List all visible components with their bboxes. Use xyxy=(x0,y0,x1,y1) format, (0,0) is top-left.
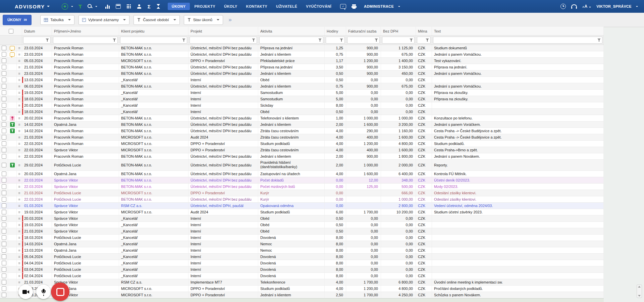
row-checkbox[interactable] xyxy=(2,78,6,82)
row-checkbox[interactable] xyxy=(2,197,6,202)
row-menu-icon[interactable]: ≡ xyxy=(17,128,22,134)
column-header-net[interactable]: Bez DPH xyxy=(381,27,416,35)
row-menu-icon[interactable]: ≡ xyxy=(17,96,22,102)
row-checkbox[interactable] xyxy=(2,148,6,152)
row-menu-icon[interactable]: ≡ xyxy=(17,83,22,89)
table-row[interactable]: ≡05.04.2024Potůčková Lucie_KancelářInter… xyxy=(0,254,604,260)
row-menu-icon[interactable]: ≡ xyxy=(17,70,22,77)
headset-support-icon[interactable] xyxy=(571,4,577,8)
row-menu-icon[interactable]: ≡ xyxy=(17,77,22,83)
row-menu-icon[interactable]: ≡ xyxy=(17,241,22,247)
row-checkbox[interactable] xyxy=(2,65,6,69)
row-checkbox[interactable] xyxy=(2,216,6,221)
select-all-checkbox[interactable] xyxy=(9,29,13,34)
row-checkbox[interactable] xyxy=(2,122,6,127)
row-checkbox[interactable] xyxy=(2,46,6,50)
calendar-icon[interactable] xyxy=(116,4,121,9)
flag-icon[interactable] xyxy=(10,122,15,127)
row-checkbox[interactable] xyxy=(2,242,6,246)
table-row[interactable]: ≡19.03.2024Správce ViktorMICROSOFT s.r.o… xyxy=(0,209,604,215)
row-checkbox[interactable] xyxy=(2,286,6,291)
row-menu-icon[interactable]: ≡ xyxy=(17,203,22,209)
row-menu-icon[interactable]: ≡ xyxy=(17,184,22,190)
row-checkbox[interactable] xyxy=(2,116,6,120)
filter-input-activity[interactable] xyxy=(259,37,323,44)
table-row[interactable]: ≡29.02.2024Potůčková LucieBETON-MAK s.r.… xyxy=(0,160,604,171)
brand-menu[interactable]: ADVISORY xyxy=(15,4,50,9)
row-menu-icon[interactable]: ≡ xyxy=(17,273,22,279)
row-menu-icon[interactable]: ≡ xyxy=(17,121,22,128)
ukony-view-button[interactable]: ÚKONY 39 xyxy=(3,15,32,25)
filter-input-hours[interactable] xyxy=(326,37,345,44)
user-menu[interactable]: VIKTOR_SPRÁVCE xyxy=(596,4,638,8)
nav-item-vy-tov-n-[interactable]: VYÚČTOVÁNÍ xyxy=(302,3,335,10)
sum-icon[interactable]: Σ xyxy=(148,4,151,9)
table-row[interactable]: ≡22.03.2024Správce ViktorBETON-MAK s.r.o… xyxy=(0,177,604,184)
row-checkbox[interactable] xyxy=(2,154,6,159)
quick-filter-icon[interactable] xyxy=(78,4,83,9)
row-checkbox[interactable] xyxy=(2,184,6,189)
flag-icon[interactable] xyxy=(10,163,15,167)
table-row[interactable]: ≡04.04.2024Potůčková Lucie_KancelářInter… xyxy=(0,260,604,266)
filter-input-text[interactable] xyxy=(433,37,602,44)
row-menu-icon[interactable]: ≡ xyxy=(17,90,22,96)
filter-input-rate[interactable] xyxy=(347,37,380,44)
row-checkbox[interactable] xyxy=(2,280,6,285)
row-menu-icon[interactable]: ≡ xyxy=(17,177,22,183)
filter-input-cur[interactable] xyxy=(417,37,431,44)
column-header-text[interactable]: Text xyxy=(432,27,604,35)
column-header-hours[interactable]: Hodiny xyxy=(325,27,346,35)
row-menu-icon[interactable]: ≡ xyxy=(17,254,22,260)
nav-item-projekty[interactable]: PROJEKTY xyxy=(191,3,220,10)
row-checkbox[interactable] xyxy=(2,254,6,259)
pin-icon[interactable] xyxy=(10,116,15,121)
table-row[interactable]: ≡23.03.2024Pracovník RomanBETON-MAK s.r.… xyxy=(0,70,604,77)
row-menu-icon[interactable]: ≡ xyxy=(17,190,22,196)
filter-input-net[interactable] xyxy=(382,37,415,44)
table-row[interactable]: ≡14.02.2024Pracovník RomanBETON-MAK s.r.… xyxy=(0,128,604,134)
filter-input-date[interactable] xyxy=(23,37,51,44)
row-menu-icon[interactable]: ≡ xyxy=(17,215,22,221)
flag-icon[interactable] xyxy=(10,129,15,133)
table-row[interactable]: ≡14.03.2024Opatrná Jana_KancelářInterníN… xyxy=(0,241,604,247)
table-row[interactable]: ≡01.03.2024Správce ViktorRSM CZ a.s.Účet… xyxy=(0,203,604,209)
row-checkbox[interactable] xyxy=(2,222,6,227)
table-row[interactable]: ≡19.03.2024Pracovník Roman_KancelářInter… xyxy=(0,90,604,96)
camera-button[interactable] xyxy=(18,285,33,299)
nav-item-kontakty[interactable]: KONTAKTY xyxy=(242,3,272,10)
row-menu-icon[interactable]: ≡ xyxy=(17,51,22,57)
table-row[interactable]: ≡13.03.2024Pracovník Roman_KancelářInter… xyxy=(0,77,604,83)
row-menu-icon[interactable]: ≡ xyxy=(17,279,22,285)
column-header-name[interactable]: Příjmení+Jméno xyxy=(52,27,119,35)
table-row[interactable]: ≡21.03.2024Pracovník RomanBETON-MAK s.r.… xyxy=(0,64,604,70)
row-checkbox[interactable] xyxy=(2,248,6,253)
vybran-z-znamy-button[interactable]: ✓Vybrané záznamy xyxy=(78,15,130,25)
table-row[interactable]: ≡21.03.2024Potůčková LucieMICROSOFT s.r.… xyxy=(0,190,604,196)
nav-item--kony[interactable]: ÚKONY xyxy=(168,3,190,10)
table-row[interactable]: ≡21.03.2024Pracovník RomanMICROSOFT s.r.… xyxy=(0,134,604,141)
table-row[interactable]: ≡22.03.2024Pracovník RomanMICROSOFT s.r.… xyxy=(0,141,604,147)
row-menu-icon[interactable]: ≡ xyxy=(17,266,22,272)
row-menu-icon[interactable]: ≡ xyxy=(17,147,22,153)
tabulka-button[interactable]: Tabulka xyxy=(40,15,74,25)
row-menu-icon[interactable]: ≡ xyxy=(17,102,22,108)
row-menu-icon[interactable]: ≡ xyxy=(17,153,22,159)
row-checkbox[interactable] xyxy=(2,178,6,183)
filter-input-name[interactable] xyxy=(53,37,118,44)
table-row[interactable]: ≡21.03.2024Správce Viktor_KancelářIntern… xyxy=(0,228,604,235)
column-header-project[interactable]: Projekt xyxy=(189,27,258,35)
-asov-obdob--button[interactable]: Časové období xyxy=(133,15,179,25)
row-menu-icon[interactable]: ≡ xyxy=(17,228,22,234)
column-header-cur[interactable]: Měna xyxy=(416,27,432,35)
row-menu-icon[interactable]: ≡ xyxy=(17,171,22,177)
print-icon[interactable] xyxy=(352,4,357,9)
row-checkbox[interactable] xyxy=(2,103,6,108)
row-menu-icon[interactable]: ≡ xyxy=(17,160,22,170)
row-checkbox[interactable] xyxy=(2,58,6,63)
row-menu-icon[interactable]: ≡ xyxy=(17,222,22,228)
column-header-client[interactable]: Klient projektu xyxy=(119,27,189,35)
row-checkbox[interactable] xyxy=(2,109,6,114)
table-row[interactable]: ≡05.03.2024Pracovník RomanMICROSOFT s.r.… xyxy=(0,58,604,64)
table-row[interactable]: ≡23.03.2024Pracovník RomanBETON-MAK s.r.… xyxy=(0,51,604,58)
row-menu-icon[interactable]: ≡ xyxy=(17,109,22,115)
